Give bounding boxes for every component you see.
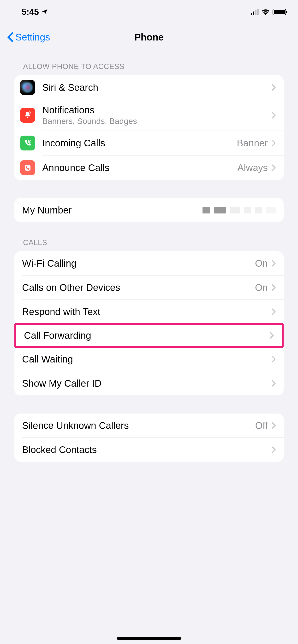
respond-label: Respond with Text (22, 306, 272, 317)
row-respond-with-text[interactable]: Respond with Text (14, 300, 284, 324)
wifi-calling-label: Wi-Fi Calling (22, 258, 255, 269)
section-header-calls: Calls (14, 222, 284, 251)
row-wifi-calling[interactable]: Wi-Fi Calling On (14, 251, 284, 275)
cellular-signal-icon (251, 8, 259, 15)
row-siri-search[interactable]: Siri & Search (14, 75, 284, 100)
status-icons (251, 8, 286, 15)
chevron-right-icon (272, 140, 276, 146)
chevron-right-icon (270, 332, 274, 339)
status-time-group: 5:45 (22, 7, 48, 17)
chevron-right-icon (272, 446, 276, 453)
chevron-right-icon (272, 284, 276, 291)
chevron-right-icon (272, 380, 276, 387)
back-label: Settings (15, 32, 50, 43)
waiting-label: Call Waiting (22, 354, 272, 365)
row-silence-unknown[interactable]: Silence Unknown Callers Off (14, 414, 284, 438)
wifi-icon (261, 9, 270, 15)
blocked-label: Blocked Contacts (22, 444, 272, 455)
siri-icon (20, 80, 35, 95)
chevron-right-icon (272, 84, 276, 91)
incoming-label: Incoming Calls (42, 138, 237, 148)
my-number-value-redacted (203, 207, 276, 214)
chevron-right-icon (272, 308, 276, 315)
incoming-value: Banner (237, 138, 268, 148)
navigation-bar: Settings Phone (0, 24, 298, 50)
section-my-number: My Number (14, 198, 284, 222)
svg-rect-2 (25, 165, 31, 170)
announce-value: Always (237, 162, 268, 173)
status-bar: 5:45 (0, 0, 298, 24)
other-devices-label: Calls on Other Devices (22, 282, 255, 293)
announce-calls-icon (20, 160, 35, 175)
section-silence: Silence Unknown Callers Off Blocked Cont… (14, 414, 284, 462)
my-number-label: My Number (22, 205, 203, 216)
other-devices-value: On (255, 282, 268, 293)
notifications-icon (20, 108, 35, 123)
notifications-sublabel: Banners, Sounds, Badges (42, 116, 272, 126)
row-notifications[interactable]: Notifications Banners, Sounds, Badges (14, 100, 284, 130)
chevron-left-icon (7, 32, 14, 42)
section-calls: Wi-Fi Calling On Calls on Other Devices … (14, 251, 284, 395)
section-access: Siri & Search Notifications Banners, Sou… (14, 75, 284, 180)
chevron-right-icon (272, 164, 276, 171)
chevron-right-icon (272, 260, 276, 267)
section-header-access: Allow Phone to Access (14, 50, 284, 75)
announce-label: Announce Calls (42, 162, 237, 173)
notifications-label: Notifications (42, 105, 272, 116)
siri-label: Siri & Search (42, 82, 272, 93)
caller-id-label: Show My Caller ID (22, 378, 272, 389)
forwarding-label: Call Forwarding (24, 330, 270, 341)
battery-icon (272, 8, 286, 15)
row-show-caller-id[interactable]: Show My Caller ID (14, 371, 284, 395)
location-icon (41, 8, 48, 15)
row-blocked-contacts[interactable]: Blocked Contacts (14, 438, 284, 462)
silence-unknown-label: Silence Unknown Callers (22, 420, 255, 431)
chevron-right-icon (272, 112, 276, 119)
chevron-right-icon (272, 356, 276, 363)
row-my-number[interactable]: My Number (14, 198, 284, 222)
row-call-waiting[interactable]: Call Waiting (14, 347, 284, 371)
page-title: Phone (134, 32, 164, 43)
status-time: 5:45 (22, 7, 39, 17)
row-calls-other-devices[interactable]: Calls on Other Devices On (14, 276, 284, 300)
home-indicator[interactable] (117, 637, 181, 640)
silence-unknown-value: Off (255, 420, 268, 431)
row-call-forwarding[interactable]: Call Forwarding (16, 325, 282, 346)
incoming-calls-icon (20, 136, 35, 150)
svg-point-1 (29, 112, 30, 114)
row-incoming-calls[interactable]: Incoming Calls Banner (14, 131, 284, 155)
highlight-annotation: Call Forwarding (14, 323, 284, 348)
wifi-calling-value: On (255, 258, 268, 269)
row-announce-calls[interactable]: Announce Calls Always (14, 156, 284, 180)
back-button[interactable]: Settings (7, 32, 50, 43)
chevron-right-icon (272, 422, 276, 429)
